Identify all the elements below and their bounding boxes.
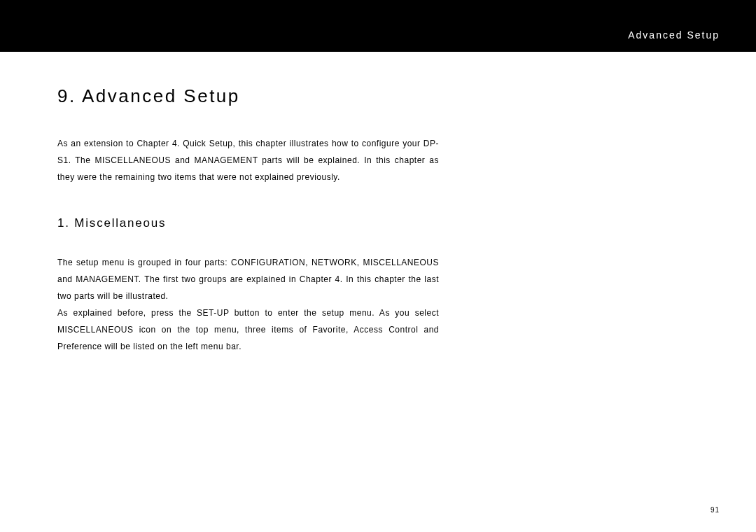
section-body-paragraph-2: As explained before, press the SET-UP bu… [57,304,439,355]
chapter-title: 9. Advanced Setup [57,85,441,107]
header-title: Advanced Setup [628,29,720,41]
header-bar: Advanced Setup [0,0,756,52]
section-body-paragraph-1: The setup menu is grouped in four parts:… [57,254,439,304]
section-title: 1. Miscellaneous [57,216,441,230]
chapter-intro-paragraph: As an extension to Chapter 4. Quick Setu… [57,135,439,186]
page-content: 9. Advanced Setup As an extension to Cha… [0,52,441,355]
page-number: 91 [710,506,720,514]
